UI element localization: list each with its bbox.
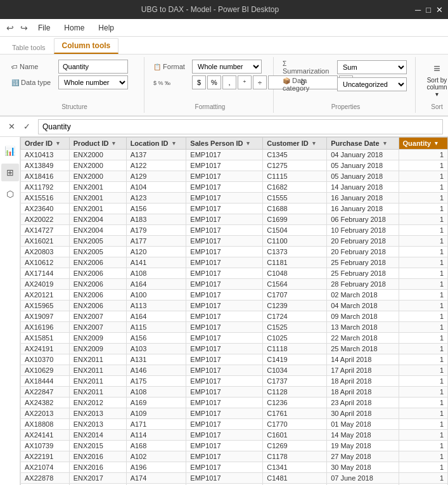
sidebar-data-icon[interactable]: ⊞ (1, 164, 19, 181)
cell-customer_id: C1419 (263, 354, 327, 365)
cell-quantity: 1 (399, 150, 448, 160)
currency-btn[interactable]: $ (192, 75, 206, 89)
cell-sales_person_id: EMP1017 (186, 160, 263, 171)
comma-btn[interactable]: , (222, 75, 236, 89)
formula-input[interactable] (38, 119, 443, 134)
table-row: AX11792ENX2001A104EMP1017C168214 January… (21, 182, 448, 193)
col-header-location-id[interactable]: Location ID ▾ (126, 138, 186, 150)
sort-by-column-btn[interactable]: ≡ Sort bycolumn ▾ (422, 60, 449, 100)
cell-product_id: ENX2006 (69, 257, 126, 268)
cell-product_id: ENX2006 (69, 290, 126, 301)
cell-product_id: ENX2007 (69, 311, 126, 322)
cell-customer_id: C1770 (263, 419, 327, 430)
table-row: AX22847ENX2011A108EMP1017C112818 April 2… (21, 387, 448, 398)
cell-product_id: ENX2014 (69, 430, 126, 441)
cell-purchase_date: 25 February 2018 (327, 257, 399, 268)
summarization-select[interactable]: Sum (337, 60, 407, 74)
minimize-icon[interactable]: ─ (415, 5, 421, 15)
formula-cancel-btn[interactable]: ✕ (5, 120, 18, 133)
cell-quantity: 1 (399, 193, 448, 204)
datatype-label: 🔢 Data type (11, 79, 54, 86)
cell-purchase_date: 14 April 2018 (327, 354, 399, 365)
name-input[interactable] (58, 60, 128, 74)
cell-product_id: ENX2011 (69, 354, 126, 365)
menu-item-home[interactable]: Home (58, 21, 91, 35)
cell-product_id: ENX2013 (69, 408, 126, 419)
cell-product_id: ENX2015 (69, 441, 126, 451)
sidebar-report-icon[interactable]: 📊 (1, 142, 19, 160)
maximize-icon[interactable]: □ (426, 5, 431, 15)
cell-location_id: A196 (126, 462, 186, 473)
cell-quantity: 1 (399, 171, 448, 182)
format-extra[interactable]: ÷ (253, 75, 267, 89)
cell-product_id: ENX2009 (69, 344, 126, 354)
percent-btn[interactable]: % (207, 75, 221, 89)
formula-accept-btn[interactable]: ✓ (20, 120, 33, 133)
ribbon-tabs: Table tools Column tools (0, 37, 448, 55)
table-row: AX20022ENX2004A183EMP1017C169906 Februar… (21, 214, 448, 225)
cell-quantity: 1 (399, 279, 448, 290)
cell-purchase_date: 25 February 2018 (327, 268, 399, 279)
cell-sales_person_id: EMP1017 (186, 333, 263, 344)
table-row: AX15965ENX2006A113EMP1017C123904 March 2… (21, 301, 448, 311)
tab-column-tools[interactable]: Column tools (54, 38, 119, 54)
cell-order_id: AX23640 (21, 204, 70, 214)
cell-customer_id: C1128 (263, 387, 327, 398)
table-row: AX24382ENX2012A169EMP1017C123623 April 2… (21, 398, 448, 408)
datatype-row: 🔢 Data type Whole number (11, 75, 128, 89)
cell-location_id: A156 (126, 204, 186, 214)
cell-sales_person_id: EMP1017 (186, 451, 263, 462)
sidebar-model-icon[interactable]: ⬡ (1, 185, 19, 203)
format-select[interactable]: Whole number (192, 60, 262, 74)
tab-table-tools[interactable]: Table tools (4, 41, 54, 54)
menu-item-help[interactable]: Help (92, 21, 120, 35)
cell-product_id: ENX2004 (69, 225, 126, 236)
cell-quantity: 1 (399, 204, 448, 214)
cell-customer_id: C1269 (263, 441, 327, 451)
cell-location_id: A177 (126, 236, 186, 247)
table-row: AX10739ENX2015A168EMP1017C126919 May 201… (21, 441, 448, 451)
cell-location_id: A174 (126, 473, 186, 484)
undo-icon[interactable]: ↩ (4, 22, 16, 34)
cell-order_id: AX22847 (21, 387, 70, 398)
cell-sales_person_id: EMP1017 (186, 473, 263, 484)
redo-icon[interactable]: ↪ (18, 22, 30, 34)
cell-sales_person_id: EMP1017 (186, 408, 263, 419)
cell-customer_id: C1555 (263, 193, 327, 204)
cell-sales_person_id: EMP1017 (186, 387, 263, 398)
main-area: 📊 ⊞ ⬡ Order ID ▾ Product ID ▾ Location I… (0, 137, 448, 485)
col-header-customer-id[interactable]: Customer ID ▾ (263, 138, 327, 150)
col-header-purchase-date[interactable]: Purchase Date ▾ (327, 138, 399, 150)
sort-icon: ≡ (433, 62, 440, 75)
data-table-container: Order ID ▾ Product ID ▾ Location ID ▾ Sa… (20, 137, 448, 485)
decimal-icon[interactable]: ⁺ (238, 75, 252, 89)
table-body: AX10413ENX2000A137EMP1017C134504 January… (21, 150, 448, 486)
datatype-select[interactable]: Whole number (58, 75, 128, 89)
cell-customer_id: C1564 (263, 279, 327, 290)
menu-item-file[interactable]: File (32, 21, 56, 35)
cell-customer_id: C1341 (263, 462, 327, 473)
cell-purchase_date: 09 March 2018 (327, 311, 399, 322)
cell-location_id: A102 (126, 451, 186, 462)
window-controls: ─ □ ✕ (415, 5, 443, 15)
cell-quantity: 1 (399, 430, 448, 441)
table-row: AX18416ENX2000A129EMP1017C111505 January… (21, 171, 448, 182)
cell-sales_person_id: EMP1017 (186, 236, 263, 247)
col-header-sales-person-id[interactable]: Sales Person ID ▾ (186, 138, 263, 150)
cell-product_id: ENX2000 (69, 150, 126, 160)
col-header-order-id[interactable]: Order ID ▾ (21, 138, 70, 150)
cell-order_id: AX10612 (21, 257, 70, 268)
table-row: AX10370ENX2011A131EMP1017C141914 April 2… (21, 354, 448, 365)
cell-sales_person_id: EMP1017 (186, 247, 263, 257)
cell-customer_id: C1034 (263, 365, 327, 376)
col-header-quantity[interactable]: Quantity ▾ (399, 138, 448, 150)
cell-purchase_date: 06 February 2018 (327, 214, 399, 225)
cell-location_id: A103 (126, 344, 186, 354)
datacategory-select[interactable]: Uncategorized (337, 77, 407, 91)
col-header-product-id[interactable]: Product ID ▾ (69, 138, 126, 150)
table-row: AX17144ENX2006A108EMP1017C104825 Februar… (21, 268, 448, 279)
cell-product_id: ENX2017 (69, 473, 126, 484)
close-icon[interactable]: ✕ (436, 5, 443, 15)
cell-order_id: AX20022 (21, 214, 70, 225)
cell-purchase_date: 01 May 2018 (327, 419, 399, 430)
